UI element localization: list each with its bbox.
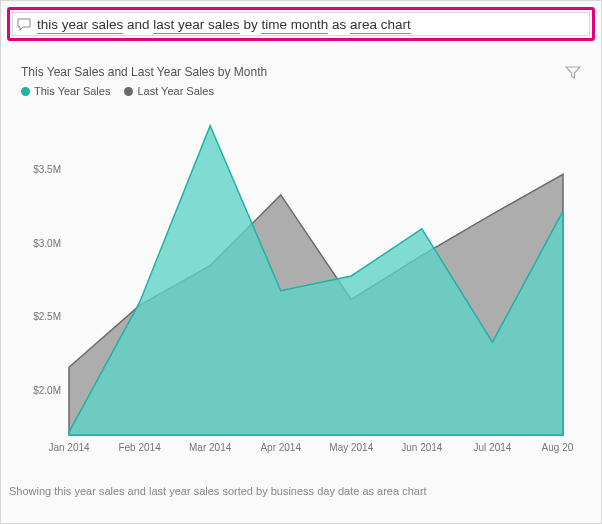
svg-text:Feb 2014: Feb 2014 bbox=[118, 442, 161, 453]
svg-text:Aug 2014: Aug 2014 bbox=[542, 442, 573, 453]
chart-title: This Year Sales and Last Year Sales by M… bbox=[21, 65, 267, 79]
svg-text:$3.0M: $3.0M bbox=[33, 238, 61, 249]
chart-plot[interactable]: $2.0M$2.5M$3.0M$3.5MJan 2014Feb 2014Mar … bbox=[21, 103, 581, 463]
legend-label: This Year Sales bbox=[34, 85, 110, 97]
svg-text:Apr 2014: Apr 2014 bbox=[260, 442, 301, 453]
svg-text:$2.0M: $2.0M bbox=[33, 385, 61, 396]
chart-legend: This Year Sales Last Year Sales bbox=[21, 85, 267, 97]
svg-text:Jan 2014: Jan 2014 bbox=[48, 442, 90, 453]
query-text: this year sales and last year sales by t… bbox=[37, 17, 411, 32]
app-frame: this year sales and last year sales by t… bbox=[0, 0, 602, 524]
svg-text:Jun 2014: Jun 2014 bbox=[401, 442, 443, 453]
legend-swatch-gray bbox=[124, 87, 133, 96]
query-token-underlined: this year sales bbox=[37, 17, 123, 34]
query-token: and bbox=[123, 17, 153, 32]
legend-swatch-teal bbox=[21, 87, 30, 96]
area-chart-svg: $2.0M$2.5M$3.0M$3.5MJan 2014Feb 2014Mar … bbox=[21, 103, 573, 463]
query-token-underlined: area chart bbox=[350, 17, 411, 34]
filter-icon[interactable] bbox=[565, 65, 581, 84]
svg-text:Jul 2014: Jul 2014 bbox=[474, 442, 512, 453]
legend-label: Last Year Sales bbox=[137, 85, 213, 97]
legend-item-this-year[interactable]: This Year Sales bbox=[21, 85, 110, 97]
chart-card: This Year Sales and Last Year Sales by M… bbox=[7, 55, 595, 471]
svg-text:May 2014: May 2014 bbox=[329, 442, 373, 453]
legend-item-last-year[interactable]: Last Year Sales bbox=[124, 85, 213, 97]
query-token: as bbox=[328, 17, 350, 32]
speech-bubble-icon bbox=[17, 18, 31, 31]
natural-language-query-input[interactable]: this year sales and last year sales by t… bbox=[12, 12, 590, 36]
result-description: Showing this year sales and last year sa… bbox=[7, 481, 595, 497]
query-bar-highlight: this year sales and last year sales by t… bbox=[7, 7, 595, 41]
chart-header: This Year Sales and Last Year Sales by M… bbox=[21, 65, 581, 97]
svg-text:$2.5M: $2.5M bbox=[33, 311, 61, 322]
query-token-underlined: time month bbox=[261, 17, 328, 34]
svg-text:Mar 2014: Mar 2014 bbox=[189, 442, 232, 453]
query-token: by bbox=[240, 17, 262, 32]
svg-text:$3.5M: $3.5M bbox=[33, 164, 61, 175]
query-token-underlined: last year sales bbox=[153, 17, 239, 34]
